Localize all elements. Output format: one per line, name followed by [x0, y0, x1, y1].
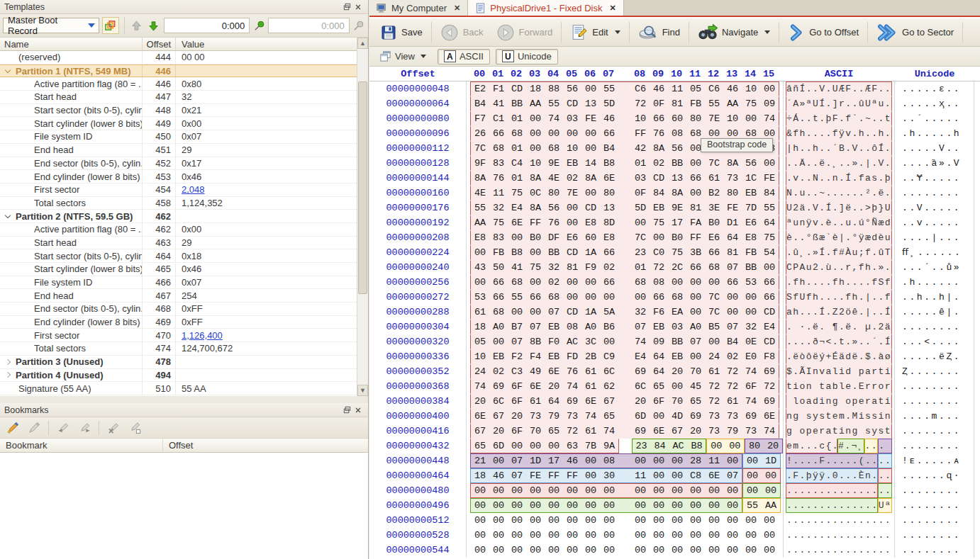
- pin-offset-button[interactable]: [252, 17, 265, 34]
- hex-byte-cell[interactable]: 07: [618, 322, 650, 332]
- hex-byte-cell[interactable]: C3: [508, 366, 526, 377]
- template-row[interactable]: End head45129: [0, 144, 357, 157]
- hex-byte-cell[interactable]: 00: [581, 545, 600, 555]
- hex-byte-cell[interactable]: 00: [545, 545, 563, 555]
- hex-unicode-text[interactable]: ........: [895, 513, 974, 528]
- hex-byte-cell[interactable]: 00: [489, 530, 508, 541]
- hex-byte-cell[interactable]: 68: [489, 307, 508, 317]
- hex-byte-cell[interactable]: 73: [723, 173, 742, 183]
- hex-byte-cell[interactable]: F0: [545, 337, 563, 347]
- hex-byte-cell[interactable]: 00: [762, 485, 780, 496]
- hex-byte-cell[interactable]: 68: [742, 128, 760, 139]
- hex-byte-cell[interactable]: 66: [760, 277, 779, 288]
- hex-byte-cell[interactable]: CD: [760, 307, 779, 317]
- hex-ascii-region-run[interactable]: ..: [864, 439, 879, 453]
- hex-byte-cell[interactable]: 00: [760, 515, 779, 526]
- hex-byte-cell[interactable]: 02: [563, 173, 581, 183]
- hex-byte-cell[interactable]: 74: [581, 411, 600, 422]
- hex-byte-cell[interactable]: 67: [600, 396, 618, 407]
- hex-ascii-region-run[interactable]: ..: [878, 468, 892, 483]
- hex-byte-cell[interactable]: 74: [618, 337, 650, 347]
- hex-byte-cell[interactable]: 00: [760, 262, 779, 273]
- hex-byte-cell[interactable]: 07: [508, 470, 526, 481]
- hex-byte-cell[interactable]: 00: [686, 158, 705, 169]
- hex-byte-cell[interactable]: B6: [600, 322, 618, 332]
- hex-byte-cell[interactable]: 00: [563, 128, 581, 139]
- hex-byte-cell[interactable]: 61: [723, 396, 742, 407]
- hex-byte-cell[interactable]: 72: [705, 396, 723, 407]
- hex-byte-cell[interactable]: FA: [686, 218, 705, 228]
- hex-byte-cell[interactable]: C6: [705, 84, 723, 94]
- hex-byte-cell[interactable]: A0: [489, 322, 508, 332]
- hex-byte-cell[interactable]: EB: [563, 158, 581, 169]
- hex-byte-cell[interactable]: 00: [723, 292, 742, 303]
- hex-byte-cell[interactable]: B4: [471, 98, 489, 109]
- hex-byte-cell[interactable]: 50: [489, 262, 508, 273]
- hex-ascii-region-run[interactable]: .fh....fh....fSf: [786, 275, 892, 290]
- hex-byte-cell[interactable]: 00: [762, 470, 780, 481]
- hex-byte-cell[interactable]: 80: [686, 113, 705, 124]
- hex-byte-cell[interactable]: 00: [668, 485, 686, 496]
- hex-byte-cell[interactable]: 00: [508, 441, 526, 451]
- hex-byte-cell[interactable]: 00: [489, 515, 508, 526]
- hex-byte-cell[interactable]: 00: [618, 500, 650, 511]
- hex-byte-cell[interactable]: 00: [686, 307, 705, 317]
- hex-byte-cell[interactable]: 03: [618, 173, 650, 183]
- hex-byte-cell[interactable]: 00: [563, 515, 581, 526]
- hex-byte-cell[interactable]: 18: [526, 84, 545, 94]
- hex-byte-cell[interactable]: 75: [668, 247, 686, 258]
- hex-byte-cell[interactable]: 00: [563, 203, 581, 213]
- hex-byte-cell[interactable]: EB: [650, 322, 668, 332]
- hex-byte-cell[interactable]: 00: [600, 545, 618, 555]
- template-value-link[interactable]: 1,126,400: [182, 330, 223, 341]
- hex-byte-cell[interactable]: 2B: [581, 351, 600, 362]
- hex-byte-cell[interactable]: F9: [581, 262, 600, 273]
- template-row[interactable]: Start head44732: [0, 91, 357, 104]
- hex-byte-cell[interactable]: 67: [668, 426, 686, 436]
- hex-byte-cell[interactable]: 7C: [705, 292, 723, 303]
- template-scrollbar[interactable]: ▲ ▼: [357, 38, 368, 396]
- template-row[interactable]: Signature (55 AA)51055 AA: [0, 382, 357, 395]
- hex-byte-cell[interactable]: AA: [762, 500, 780, 511]
- hex-byte-cell[interactable]: C4: [508, 158, 526, 169]
- template-row[interactable]: First sector4701,126,400: [0, 329, 357, 342]
- hex-byte-cell[interactable]: C0: [650, 247, 668, 258]
- hex-byte-cell[interactable]: 66: [723, 277, 742, 288]
- hex-byte-cell[interactable]: 70: [526, 426, 545, 436]
- hex-byte-cell[interactable]: 07: [508, 456, 526, 466]
- hex-byte-cell[interactable]: 23: [618, 247, 650, 258]
- hex-byte-cell[interactable]: 32: [489, 203, 508, 213]
- hex-unicode-text[interactable]: ........: [895, 483, 974, 498]
- hex-byte-cell[interactable]: 00: [686, 545, 705, 555]
- hex-byte-cell[interactable]: 63: [563, 441, 581, 451]
- hex-byte-cell[interactable]: 08: [668, 128, 686, 139]
- hex-byte-cell[interactable]: 00: [723, 530, 742, 541]
- hex-byte-cell[interactable]: BB: [545, 247, 563, 258]
- forward-button[interactable]: Forward: [490, 21, 559, 45]
- hex-byte-cell[interactable]: 80: [545, 188, 563, 198]
- hex-byte-cell[interactable]: 00: [705, 515, 723, 526]
- goto-sector-button[interactable]: Go to Sector: [870, 21, 960, 45]
- tree-chevron[interactable]: [0, 70, 16, 72]
- hex-byte-cell[interactable]: 0C: [526, 188, 545, 198]
- hex-byte-cell[interactable]: 66: [489, 277, 508, 288]
- hex-byte-cell[interactable]: FB: [742, 247, 760, 258]
- hex-byte-cell[interactable]: 02: [723, 351, 742, 362]
- hex-byte-cell[interactable]: 55: [760, 203, 779, 213]
- hex-byte-cell[interactable]: 00: [600, 485, 618, 496]
- hex-byte-cell[interactable]: C1: [489, 113, 508, 124]
- hex-byte-cell[interactable]: 10: [526, 158, 545, 169]
- hex-byte-cell[interactable]: 00: [471, 247, 489, 258]
- hex-byte-cell[interactable]: 73: [705, 411, 723, 422]
- hex-ascii-region-run[interactable]: ..: [878, 453, 892, 468]
- hex-byte-cell[interactable]: 00: [508, 307, 526, 317]
- hex-byte-cell[interactable]: 68: [668, 292, 686, 303]
- hex-byte-cell[interactable]: 84: [650, 188, 668, 198]
- hex-ascii-region-run[interactable]: loading operati: [786, 394, 892, 409]
- hex-byte-cell[interactable]: A0: [581, 322, 600, 332]
- hex-byte-cell[interactable]: 8A: [581, 173, 600, 183]
- hex-unicode-text[interactable]: ....m...: [895, 409, 974, 424]
- save-button[interactable]: Save: [374, 21, 429, 45]
- hex-byte-cell[interactable]: C9: [600, 351, 618, 362]
- hex-ascii-region-run[interactable]: #.¬¸: [837, 439, 864, 453]
